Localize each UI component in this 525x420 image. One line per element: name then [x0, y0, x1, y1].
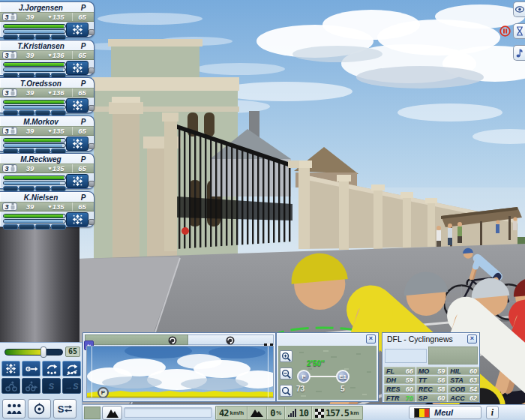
- position-arrows-button[interactable]: [66, 212, 88, 226]
- eye-icon: [515, 6, 524, 13]
- energy-bar: [3, 29, 66, 34]
- take-relay-button[interactable]: [42, 361, 61, 376]
- magnifier-icon: [281, 386, 291, 396]
- music-button[interactable]: [513, 45, 525, 61]
- bottle-count[interactable]: 3: [0, 164, 20, 172]
- mountain-icon: [250, 409, 263, 417]
- music-note-icon: [516, 48, 524, 58]
- rider-name[interactable]: T.Oredsson: [6, 80, 76, 88]
- rotate-view-button[interactable]: [226, 336, 235, 345]
- bottle-count[interactable]: 3: [0, 88, 20, 97]
- panel-collapse-handle[interactable]: [88, 143, 94, 149]
- camera-eye-button[interactable]: [513, 2, 525, 17]
- heart-icon: ♥: [48, 52, 51, 58]
- close-icon[interactable]: ×: [467, 334, 477, 344]
- bottle-count[interactable]: 3: [0, 202, 20, 211]
- peloton-marker: P: [98, 387, 109, 398]
- bottle-icon: [10, 203, 15, 210]
- rider-name[interactable]: M.Reckweg: [6, 155, 76, 164]
- stage-profile-panel: P: [82, 332, 276, 402]
- rider-protect-button[interactable]: P: [76, 80, 91, 88]
- bottle-count[interactable]: 3: [0, 13, 20, 21]
- stat-cell: REC58: [416, 385, 448, 393]
- effort-slider-fill: [5, 350, 43, 355]
- effort-slider-handle[interactable]: [40, 346, 46, 358]
- location-display: Meul: [409, 406, 482, 419]
- no-relay-icon: [65, 362, 79, 375]
- rider-protect-button[interactable]: P: [76, 118, 91, 126]
- sprint-assign-button[interactable]: S: [53, 399, 76, 418]
- team-panel-title: DFL - Cyclingnews: [387, 334, 453, 344]
- stat-cell: HIL60: [448, 367, 479, 375]
- panel-collapse-handle[interactable]: [88, 181, 94, 187]
- sprint-button[interactable]: S: [42, 378, 61, 394]
- rider-protect-button[interactable]: P: [76, 194, 91, 202]
- rider-protect-button[interactable]: P: [76, 155, 91, 164]
- energy-value: 39: [20, 51, 40, 59]
- profile-view[interactable]: P: [86, 346, 274, 398]
- attack-button[interactable]: [2, 378, 20, 394]
- stat-cell: RES60: [384, 385, 416, 393]
- rider-protect-button[interactable]: P: [76, 42, 91, 50]
- rotate-view-button[interactable]: [168, 336, 177, 345]
- center-camera-button[interactable]: [28, 399, 51, 418]
- position-arrows-button[interactable]: [66, 136, 88, 151]
- group-view-button[interactable]: [2, 399, 26, 418]
- panel-collapse-handle[interactable]: [88, 219, 94, 225]
- stat-cell: ACC62: [448, 394, 479, 402]
- minimap-view[interactable]: 2'50'' P E1 73 5: [278, 346, 376, 400]
- team-stats-panel: DFL - Cyclingnews × FL66 MO59 HIL60 DH59…: [382, 332, 480, 403]
- stat-cell: DH59: [384, 376, 416, 384]
- belgium-flag-icon: [414, 408, 430, 418]
- zoom-reset-button[interactable]: [280, 385, 292, 397]
- position-arrows-button[interactable]: [66, 22, 88, 37]
- counter-attack-button[interactable]: [22, 378, 40, 394]
- breakaway-node: E1: [336, 370, 350, 383]
- panel-collapse-handle[interactable]: [88, 68, 94, 74]
- close-icon[interactable]: ×: [366, 334, 376, 344]
- order-buttons-grid: S →S: [2, 361, 81, 394]
- profile-sky-image: [87, 346, 274, 398]
- rider-effort-value: 65: [72, 13, 92, 21]
- stat-cell: FL66: [384, 367, 416, 375]
- rider-protect-button[interactable]: P: [76, 4, 91, 12]
- rider-effort-value: 65: [72, 202, 92, 211]
- rank-display: 10: [285, 406, 311, 419]
- heart-icon: ♥: [48, 14, 51, 20]
- status-empty-track: [124, 407, 212, 418]
- peloton-node: P: [297, 370, 310, 383]
- effort-value-display: 65: [65, 346, 80, 357]
- position-arrows-button[interactable]: [66, 98, 88, 112]
- lead-out-sprint-button[interactable]: →S: [62, 378, 81, 394]
- rider-effort-value: 65: [72, 127, 92, 135]
- rotate-icon: [226, 336, 235, 345]
- info-button[interactable]: i: [486, 406, 499, 419]
- game-speed-button[interactable]: [513, 23, 525, 39]
- rider-gauges: [3, 214, 66, 230]
- rider-name[interactable]: T.Kristiansen: [6, 42, 76, 50]
- rider-gauges: [3, 100, 66, 116]
- rider-name[interactable]: J.Jorgensen: [6, 4, 76, 12]
- follow-rider-button[interactable]: [22, 361, 40, 376]
- rider-name[interactable]: K.Nielsen: [6, 194, 76, 202]
- zoom-in-button[interactable]: [280, 350, 292, 362]
- panel-collapse-handle[interactable]: [88, 105, 94, 111]
- position-arrows-button[interactable]: [66, 61, 88, 75]
- bottle-icon: [10, 14, 15, 20]
- rider-name[interactable]: M.Morkov: [6, 118, 76, 126]
- energy-value: 39: [20, 127, 40, 135]
- profile-toggle-button[interactable]: [102, 406, 122, 420]
- skip-relay-button[interactable]: [62, 361, 81, 376]
- bottle-count[interactable]: 3: [0, 127, 20, 135]
- bottle-count[interactable]: 3: [0, 51, 20, 59]
- bottle-icon: [10, 165, 15, 172]
- speed-display: 42km/h: [216, 406, 248, 419]
- free-position-button[interactable]: [2, 361, 20, 376]
- energy-bar: [3, 68, 66, 72]
- rider-select-cell[interactable]: [385, 349, 427, 363]
- panel-collapse-handle[interactable]: [88, 29, 94, 35]
- energy-bar: [3, 181, 66, 185]
- position-arrows-button[interactable]: [66, 174, 88, 188]
- zoom-out-button[interactable]: [280, 368, 292, 380]
- effort-slider[interactable]: [4, 349, 63, 356]
